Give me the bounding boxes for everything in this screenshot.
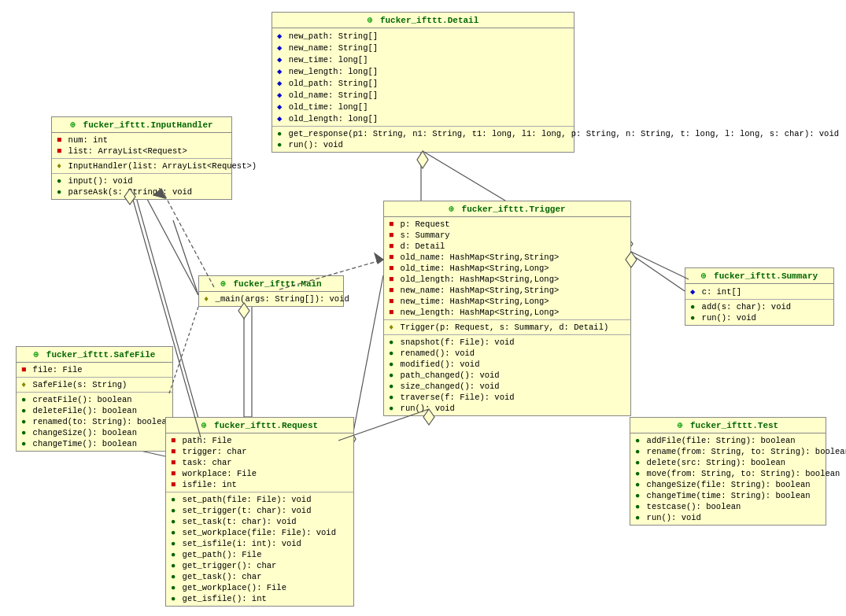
trigger-method-3: ● modified(): void xyxy=(389,359,626,370)
request-methods: ● set_path(file: File): void ● set_trigg… xyxy=(166,492,353,606)
safefile-method-4: ● changeSize(): boolean xyxy=(21,427,168,438)
request-method-10: ● get_isfile(): int xyxy=(171,593,349,604)
trigger-field-4: ■ old_name: HashMap<String,String> xyxy=(389,252,626,263)
safefile-icon: ⊕ xyxy=(34,350,39,360)
svg-line-14 xyxy=(423,151,505,201)
request-field-1: ■ path: File xyxy=(171,435,349,446)
main-icon: ⊕ xyxy=(220,279,226,289)
detail-field-1: ◆ new_path: String[] xyxy=(277,30,569,42)
summary-fields: ◆ c: int[] xyxy=(685,284,833,300)
safefile-method-1: ● creatFile(): boolean xyxy=(21,394,168,405)
diagram-container: ⊕ fucker_ifttt.Detail ◆ new_path: String… xyxy=(0,0,846,616)
trigger-method-1: ● snapshot(f: File): void xyxy=(389,337,626,348)
svg-line-18 xyxy=(161,189,214,287)
trigger-field-3: ■ d: Detail xyxy=(389,241,626,252)
inputhandler-class: ⊕ fucker_ifttt.InputHandler ■ num: int ■… xyxy=(51,116,232,200)
summary-method-1: ● add(s: char): void xyxy=(690,301,829,312)
svg-marker-21 xyxy=(375,253,383,264)
svg-line-10 xyxy=(350,275,383,448)
inputhandler-method-1: ● input(): void xyxy=(57,175,227,186)
trigger-field-7: ■ new_name: HashMap<String,String> xyxy=(389,285,626,296)
trigger-field-8: ■ new_time: HashMap<String,Long> xyxy=(389,296,626,307)
svg-marker-15 xyxy=(417,151,428,168)
inputhandler-ctor-1: ♦ InputHandler(list: ArrayList<Request>) xyxy=(57,160,227,172)
request-icon: ⊕ xyxy=(201,421,207,430)
svg-line-6 xyxy=(173,220,198,295)
safefile-header: ⊕ fucker_ifttt.SafeFile xyxy=(17,347,172,363)
request-field-4: ■ workplace: File xyxy=(171,468,349,479)
inputhandler-field-1: ■ num: int xyxy=(57,135,227,146)
test-header: ⊕ fucker_ifttt.Test xyxy=(630,418,826,433)
test-method-2: ● rename(from: String, to: String): bool… xyxy=(635,446,821,457)
trigger-method-4: ● path_changed(): void xyxy=(389,370,626,381)
test-method-3: ● delete(src: String): boolean xyxy=(635,457,821,468)
inputhandler-field-2: ■ list: ArrayList<Request> xyxy=(57,146,227,157)
inputhandler-method-2: ● parseAsk(s: String): void xyxy=(57,186,227,197)
trigger-header: ⊕ fucker_ifttt.Trigger xyxy=(384,201,630,217)
safefile-constructors: ♦ SafeFile(s: String) xyxy=(17,378,172,393)
detail-field-6: ◆ old_name: String[] xyxy=(277,89,569,101)
safefile-ctor-1: ♦ SafeFile(s: String) xyxy=(21,379,168,390)
test-methods: ● addFile(file: String): boolean ● renam… xyxy=(630,433,826,525)
summary-header: ⊕ fucker_ifttt.Summary xyxy=(685,268,833,284)
safefile-field-1: ■ file: File xyxy=(21,364,168,375)
detail-icon: ⊕ xyxy=(368,16,373,25)
main-method-1: ♦ _main(args: String[]): void xyxy=(204,293,338,304)
trigger-field-9: ■ new_length: HashMap<String,Long> xyxy=(389,307,626,318)
inputhandler-constructors: ♦ InputHandler(list: ArrayList<Request>) xyxy=(52,159,231,174)
detail-fields: ◆ new_path: String[] ◆ new_name: String[… xyxy=(272,28,574,127)
request-field-2: ■ trigger: char xyxy=(171,446,349,457)
detail-field-5: ◆ old_path: String[] xyxy=(277,77,569,89)
request-fields: ■ path: File ■ trigger: char ■ task: cha… xyxy=(166,433,353,492)
request-method-3: ● set_task(t: char): void xyxy=(171,516,349,527)
detail-field-2: ◆ new_name: String[] xyxy=(277,42,569,53)
trigger-field-6: ■ old_length: HashMap<String,Long> xyxy=(389,274,626,285)
request-method-4: ● set_workplace(file: File): void xyxy=(171,527,349,538)
inputhandler-header: ⊕ fucker_ifttt.InputHandler xyxy=(52,117,231,133)
detail-field-8: ◆ old_length: long[] xyxy=(277,113,569,124)
trigger-method-5: ● size_changed(): void xyxy=(389,381,626,392)
request-field-5: ■ isfile: int xyxy=(171,479,349,490)
trigger-field-2: ■ s: Summary xyxy=(389,230,626,241)
request-field-3: ■ task: char xyxy=(171,457,349,468)
summary-method-2: ● run(): void xyxy=(690,312,829,323)
test-method-8: ● run(): void xyxy=(635,512,821,523)
safefile-methods: ● creatFile(): boolean ● deleteFile(): b… xyxy=(17,393,172,451)
detail-header: ⊕ fucker_ifttt.Detail xyxy=(272,13,574,28)
detail-method-2: ● run(): void xyxy=(277,139,569,150)
trigger-field-1: ■ p: Request xyxy=(389,219,626,230)
request-method-1: ● set_path(file: File): void xyxy=(171,494,349,505)
summary-field-1: ◆ c: int[] xyxy=(690,286,829,297)
trigger-ctor-1: ♦ Trigger(p: Request, s: Summary, d: Det… xyxy=(389,322,626,333)
summary-methods: ● add(s: char): void ● run(): void xyxy=(685,300,833,325)
svg-line-2 xyxy=(627,252,685,291)
request-method-5: ● set_isfile(i: int): void xyxy=(171,538,349,549)
test-method-7: ● testcase(): boolean xyxy=(635,501,821,512)
safefile-fields: ■ file: File xyxy=(17,363,172,378)
detail-field-7: ◆ old_time: long[] xyxy=(277,101,569,113)
inputhandler-icon: ⊕ xyxy=(70,120,76,130)
trigger-class: ⊕ fucker_ifttt.Trigger ■ p: Request ■ s:… xyxy=(383,201,631,416)
test-class: ⊕ fucker_ifttt.Test ● addFile(file: Stri… xyxy=(630,417,826,526)
trigger-method-6: ● traverse(f: File): void xyxy=(389,392,626,403)
trigger-methods: ● snapshot(f: File): void ● renamed(): v… xyxy=(384,335,630,415)
detail-field-4: ◆ new_length: long[] xyxy=(277,65,569,77)
main-methods: ♦ _main(args: String[]): void xyxy=(199,292,343,306)
svg-line-26 xyxy=(169,307,198,393)
test-method-4: ● move(from: String, to: String): boolea… xyxy=(635,468,821,479)
inputhandler-fields: ■ num: int ■ list: ArrayList<Request> xyxy=(52,133,231,159)
summary-class: ⊕ fucker_ifttt.Summary ◆ c: int[] ● add(… xyxy=(685,267,834,326)
detail-method-1: ● get_response(p1: String, n1: String, t… xyxy=(277,128,569,139)
main-class: ⊕ fucker_ifttt.Main ♦ _main(args: String… xyxy=(198,275,344,307)
svg-line-4 xyxy=(142,189,198,295)
detail-methods: ● get_response(p1: String, n1: String, t… xyxy=(272,127,574,152)
test-method-1: ● addFile(file: String): boolean xyxy=(635,435,821,446)
summary-icon: ⊕ xyxy=(701,271,707,281)
test-method-5: ● changeSize(file: String): boolean xyxy=(635,479,821,490)
safefile-class: ⊕ fucker_ifttt.SafeFile ■ file: File ♦ S… xyxy=(16,346,173,452)
safefile-method-3: ● renamed(to: String): boolean xyxy=(21,416,168,427)
trigger-method-7: ● run(): void xyxy=(389,403,626,414)
trigger-constructors: ♦ Trigger(p: Request, s: Summary, d: Det… xyxy=(384,320,630,335)
inputhandler-methods: ● input(): void ● parseAsk(s: String): v… xyxy=(52,174,231,199)
detail-class: ⊕ fucker_ifttt.Detail ◆ new_path: String… xyxy=(272,12,574,153)
